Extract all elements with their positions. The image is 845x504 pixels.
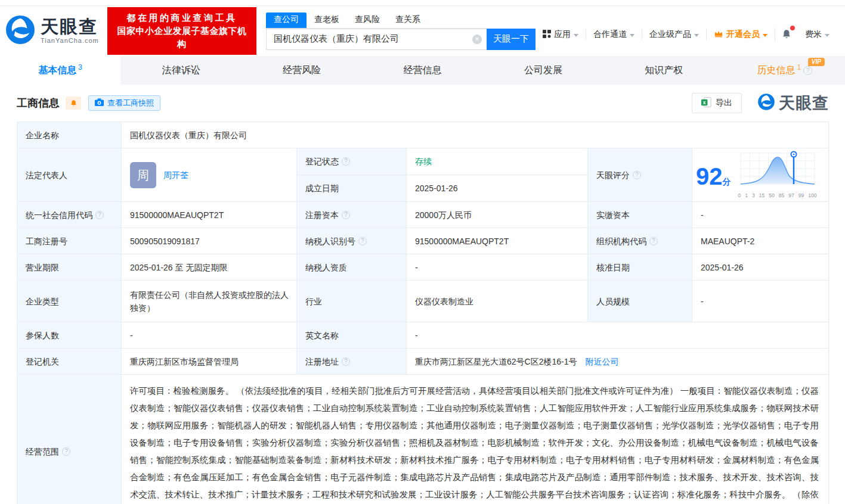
- field-value-taxpayer-id: 91500000MAEAUQPT2T: [407, 228, 588, 254]
- help-icon[interactable]: ?: [633, 171, 641, 179]
- search-tabs: 查公司 查老板 查风险 查关系: [266, 13, 487, 29]
- nav-enterprise-products[interactable]: 企业级产品: [642, 29, 706, 40]
- tianyancha-watermark: 天眼查: [757, 92, 829, 114]
- field-label-company-type: 企业类型: [17, 281, 122, 322]
- field-label-reg-address: 注册地址?: [297, 349, 407, 375]
- help-icon[interactable]: ?: [649, 237, 658, 245]
- tab-history-label: 历史信息: [757, 64, 795, 77]
- search-button[interactable]: 天眼一下: [487, 29, 536, 50]
- tab-history-info[interactable]: VIP 历史信息 1 ?: [725, 56, 845, 85]
- field-label-business-scope: 经营范围?: [17, 375, 122, 504]
- search-input[interactable]: [266, 29, 487, 50]
- field-value-reg-address: 重庆市两江新区星光大道62号C区2楼16-1号 附近公司: [407, 349, 828, 375]
- chevron-down-icon: [574, 34, 578, 37]
- nav-apps-label: 应用: [554, 29, 571, 40]
- brand-slogan: 都在用的商业查询工具 国家中小企业发展子基金旗下机构: [107, 7, 256, 55]
- tab-risk-label: 经营风险: [283, 64, 321, 77]
- search-tab-relation[interactable]: 查关系: [388, 13, 428, 28]
- excel-icon: x: [701, 97, 711, 109]
- help-icon[interactable]: ?: [62, 447, 70, 456]
- help-icon[interactable]: ?: [342, 157, 350, 166]
- help-icon[interactable]: ?: [342, 357, 350, 366]
- nav-apps[interactable]: 应用: [536, 29, 586, 40]
- field-value-reg-status: 存续: [407, 148, 587, 175]
- help-icon[interactable]: ?: [803, 66, 812, 75]
- company-tabbar: 基本信息 3 法律诉讼 经营风险 经营信息 公司发展 知识产权 VIP 历史信息…: [0, 56, 845, 85]
- search-tab-company[interactable]: 查公司: [266, 13, 307, 28]
- header-nav: 应用 合作通道 企业级产品 开通会员: [536, 27, 837, 42]
- business-info-header: 工商信息 查看工商快照 x 导出: [0, 85, 845, 121]
- tab-history-count: 1: [797, 63, 801, 71]
- field-label-reg-authority: 登记机关: [17, 349, 122, 375]
- bell-icon: [70, 99, 78, 107]
- score-unit: 分: [723, 177, 731, 186]
- field-label-taxpayer-id: 纳税人识别号?: [297, 228, 407, 254]
- nav-cooperation[interactable]: 合作通道: [586, 29, 642, 40]
- nav-open-vip-label: 开通会员: [726, 29, 760, 40]
- site-header: 天眼查 TianYanCha.com 都在用的商业查询工具 国家中小企业发展子基…: [0, 6, 845, 56]
- watermark-label: 天眼查: [779, 92, 829, 114]
- tianyancha-logo-icon: [5, 14, 36, 48]
- field-label-taxpayer-quality: 纳税人资质: [297, 254, 407, 281]
- view-business-snapshot-button[interactable]: 查看工商快照: [88, 95, 160, 111]
- slogan-line2: 国家中小企业发展子基金旗下机构: [113, 24, 250, 51]
- chevron-down-icon: [630, 34, 634, 37]
- help-icon[interactable]: ?: [358, 237, 367, 245]
- field-value-industry: 仪器仪表制造业: [407, 281, 588, 322]
- field-label-tianyan-score: 天眼评分 ?: [588, 148, 692, 202]
- field-label-legal-rep: 法定代表人: [17, 148, 122, 202]
- nav-open-vip[interactable]: 开通会员: [706, 29, 775, 40]
- legal-rep-link[interactable]: 周开荃: [163, 169, 188, 182]
- status-date-subtable: 登记状态 ? 存续 成立日期 2025-01-26: [297, 148, 588, 202]
- field-label-paid-capital: 实缴资本: [588, 202, 692, 228]
- tab-basic-label: 基本信息: [38, 64, 76, 77]
- tab-operation-label: 经营信息: [403, 64, 441, 77]
- vip-badge: VIP: [808, 58, 825, 66]
- field-label-industry: 行业: [297, 281, 407, 322]
- field-value-staff-size: -: [692, 281, 828, 322]
- field-label-business-term: 营业期限: [17, 254, 122, 281]
- export-button[interactable]: x 导出: [692, 93, 742, 113]
- snapshot-button-label: 查看工商快照: [107, 98, 154, 108]
- field-value-company-type: 有限责任公司（非自然人投资或控股的法人独资）: [122, 281, 297, 322]
- subscribe-bell-button[interactable]: [66, 97, 81, 110]
- user-menu[interactable]: 费米: [798, 29, 837, 40]
- nearby-companies-link[interactable]: 附近公司: [586, 355, 619, 368]
- field-value-insured-count: -: [122, 322, 297, 349]
- tab-basic-info[interactable]: 基本信息 3: [0, 56, 120, 85]
- legal-rep-avatar[interactable]: 周: [130, 162, 156, 188]
- apps-grid-icon: [543, 30, 551, 40]
- field-label-org-code: 组织机构代码?: [588, 228, 692, 254]
- field-value-reg-capital: 20000万人民币: [407, 202, 588, 228]
- tab-basic-count: 3: [78, 63, 82, 71]
- field-label-establish-date: 成立日期: [297, 175, 407, 202]
- notifications-button[interactable]: [775, 28, 798, 42]
- field-value-org-code: MAEAUQPT-2: [692, 228, 828, 254]
- section-title: 工商信息: [17, 96, 60, 110]
- chevron-down-icon: [694, 34, 699, 37]
- field-value-reg-authority: 重庆两江新区市场监督管理局: [122, 349, 297, 375]
- field-value-english-name: -: [407, 322, 828, 349]
- search-tab-boss[interactable]: 查老板: [307, 13, 347, 28]
- tab-intellectual-property[interactable]: 知识产权: [603, 56, 724, 85]
- crown-icon: [714, 30, 723, 39]
- brand-domain: TianYanCha.com: [41, 37, 99, 44]
- help-icon[interactable]: ?: [342, 211, 350, 219]
- field-label-english-name: 英文名称: [297, 322, 407, 349]
- nav-cooperation-label: 合作通道: [593, 29, 627, 40]
- field-value-legal-rep: 周 周开荃: [122, 148, 297, 202]
- help-icon[interactable]: ?: [95, 211, 104, 219]
- field-label-insured-count: 参保人数: [17, 322, 122, 349]
- clear-search-icon[interactable]: ×: [472, 35, 482, 44]
- field-label-staff-size: 人员规模: [588, 281, 692, 322]
- tab-operating-risk[interactable]: 经营风险: [242, 56, 362, 85]
- search-tab-risk[interactable]: 查风险: [347, 13, 388, 28]
- field-value-uscc: 91500000MAEAUQPT2T: [122, 202, 297, 228]
- svg-text:x: x: [703, 99, 706, 105]
- tab-legal-proceedings[interactable]: 法律诉讼: [120, 56, 241, 85]
- tab-operating-info[interactable]: 经营信息: [362, 56, 482, 85]
- field-label-company-name: 企业名称: [17, 122, 122, 148]
- site-logo[interactable]: 天眼查 TianYanCha.com: [5, 14, 99, 48]
- nav-enterprise-label: 企业级产品: [649, 29, 691, 40]
- tab-company-development[interactable]: 公司发展: [483, 56, 603, 85]
